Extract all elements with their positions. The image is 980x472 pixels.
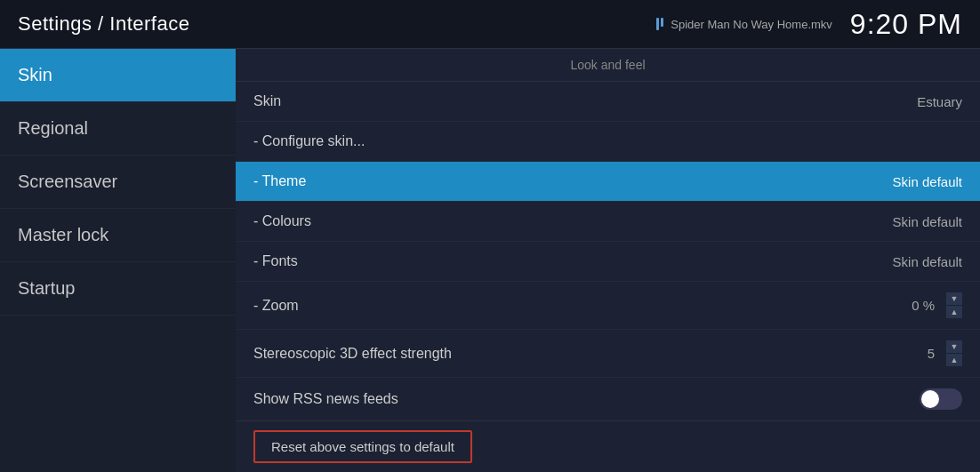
sidebar: Skin Regional Screensaver Master lock St… bbox=[0, 49, 236, 472]
stereo-value: 5 bbox=[928, 346, 935, 361]
setting-value-zoom-container: 0 % ▼ ▲ bbox=[912, 292, 962, 318]
now-playing: Spider Man No Way Home.mkv bbox=[656, 18, 832, 31]
section-header: Look and feel bbox=[236, 49, 980, 82]
setting-value-theme: Skin default bbox=[893, 174, 962, 189]
sidebar-item-screensaver[interactable]: Screensaver bbox=[0, 156, 236, 209]
sidebar-item-skin[interactable]: Skin bbox=[0, 49, 236, 102]
sidebar-item-regional[interactable]: Regional bbox=[0, 102, 236, 156]
setting-label-theme: - Theme bbox=[253, 173, 306, 189]
sidebar-item-startup[interactable]: Startup bbox=[0, 262, 236, 316]
setting-row-skin[interactable]: Skin Estuary bbox=[236, 82, 980, 122]
setting-label-fonts: - Fonts bbox=[253, 253, 298, 269]
reset-button[interactable]: Reset above settings to default bbox=[253, 430, 472, 463]
header: Settings / Interface Spider Man No Way H… bbox=[0, 0, 980, 49]
zoom-value: 0 % bbox=[912, 298, 935, 313]
setting-row-rss[interactable]: Show RSS news feeds bbox=[236, 378, 980, 420]
reset-row: Reset above settings to default bbox=[236, 420, 980, 472]
settings-list: Skin Estuary - Configure skin... - Theme… bbox=[236, 82, 980, 420]
stereo-arrows: ▼ ▲ bbox=[946, 340, 962, 366]
main-layout: Skin Regional Screensaver Master lock St… bbox=[0, 49, 980, 472]
setting-value-fonts: Skin default bbox=[893, 254, 962, 269]
setting-row-colours[interactable]: - Colours Skin default bbox=[236, 202, 980, 242]
setting-row-theme[interactable]: - Theme Skin default bbox=[236, 162, 980, 202]
header-right: Spider Man No Way Home.mkv 9:20 PM bbox=[656, 8, 962, 41]
play-bar-1 bbox=[656, 18, 659, 30]
setting-label-colours: - Colours bbox=[253, 213, 311, 229]
setting-label-skin: Skin bbox=[253, 93, 281, 109]
zoom-arrows: ▼ ▲ bbox=[946, 292, 962, 318]
setting-row-stereo[interactable]: Stereoscopic 3D effect strength 5 ▼ ▲ bbox=[236, 330, 980, 378]
content-area: Look and feel Skin Estuary - Configure s… bbox=[236, 49, 980, 472]
setting-label-rss: Show RSS news feeds bbox=[253, 391, 398, 407]
setting-label-zoom: - Zoom bbox=[253, 298, 299, 314]
setting-value-stereo-container: 5 ▼ ▲ bbox=[928, 340, 962, 366]
now-playing-label: Spider Man No Way Home.mkv bbox=[671, 18, 832, 31]
toggle-knob bbox=[921, 390, 939, 408]
time-display: 9:20 PM bbox=[850, 8, 962, 41]
setting-row-zoom[interactable]: - Zoom 0 % ▼ ▲ bbox=[236, 282, 980, 330]
stereo-down-button[interactable]: ▼ bbox=[946, 340, 962, 353]
setting-value-colours: Skin default bbox=[893, 214, 962, 229]
stereo-up-button[interactable]: ▲ bbox=[946, 354, 962, 366]
setting-value-skin: Estuary bbox=[917, 94, 962, 109]
page-title: Settings / Interface bbox=[18, 12, 189, 36]
zoom-up-button[interactable]: ▲ bbox=[946, 306, 962, 318]
zoom-down-button[interactable]: ▼ bbox=[946, 292, 962, 305]
setting-label-configure-skin: - Configure skin... bbox=[253, 133, 365, 149]
sidebar-item-masterlock[interactable]: Master lock bbox=[0, 209, 236, 262]
play-icon bbox=[656, 18, 663, 30]
setting-row-fonts[interactable]: - Fonts Skin default bbox=[236, 242, 980, 282]
setting-row-configure-skin[interactable]: - Configure skin... bbox=[236, 122, 980, 162]
rss-toggle[interactable] bbox=[920, 388, 962, 410]
play-bar-2 bbox=[661, 18, 663, 27]
setting-label-stereo: Stereoscopic 3D effect strength bbox=[253, 346, 452, 362]
